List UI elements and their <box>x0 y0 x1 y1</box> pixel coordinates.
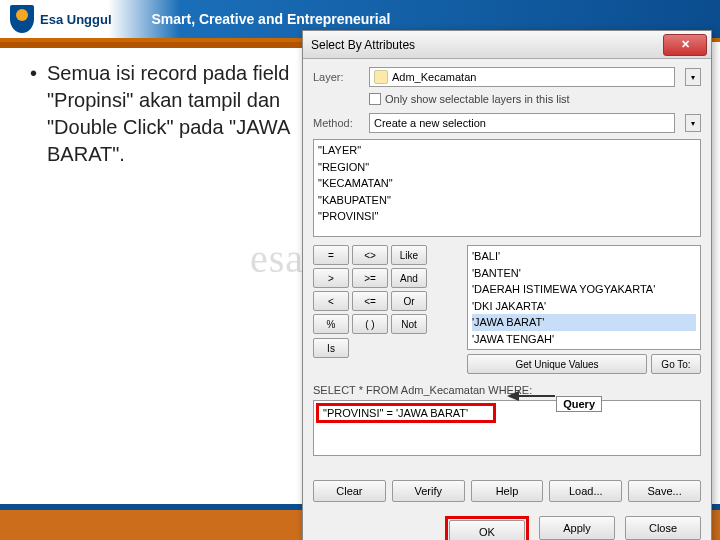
field-item[interactable]: "PROVINSI" <box>318 208 696 225</box>
help-button[interactable]: Help <box>471 480 544 502</box>
field-item[interactable]: "LAYER" <box>318 142 696 159</box>
method-label: Method: <box>313 117 363 129</box>
operator-grid: = <> Like > >= And < <= Or % ( ) Not <box>313 245 427 334</box>
close-button-bottom[interactable]: Close <box>625 516 701 540</box>
get-unique-values-button[interactable]: Get Unique Values <box>467 354 647 374</box>
ok-highlight: OK <box>445 516 529 540</box>
op-not[interactable]: Not <box>391 314 427 334</box>
op-pct[interactable]: % <box>313 314 349 334</box>
select-by-attributes-dialog: Select By Attributes ✕ Layer: Adm_Kecama… <box>302 30 712 540</box>
query-textarea[interactable]: "PROVINSI" = 'JAWA BARAT' <box>313 400 701 456</box>
op-or[interactable]: Or <box>391 291 427 311</box>
layer-select[interactable]: Adm_Kecamatan <box>369 67 675 87</box>
value-item[interactable]: 'DKI JAKARTA' <box>472 298 696 315</box>
op-ge[interactable]: >= <box>352 268 388 288</box>
op-paren[interactable]: ( ) <box>352 314 388 334</box>
bullet-text: Semua isi record pada field "Propinsi" a… <box>47 60 310 168</box>
field-item[interactable]: "REGION" <box>318 159 696 176</box>
save-button[interactable]: Save... <box>628 480 701 502</box>
query-arrow-icon <box>507 386 557 406</box>
op-like[interactable]: Like <box>391 245 427 265</box>
apply-button[interactable]: Apply <box>539 516 615 540</box>
close-icon: ✕ <box>681 38 690 51</box>
query-callout-label: Query <box>556 396 602 412</box>
slide-content: • Semua isi record pada field "Propinsi"… <box>30 60 310 168</box>
query-expression: "PROVINSI" = 'JAWA BARAT' <box>323 407 468 419</box>
svg-marker-1 <box>507 391 519 401</box>
layer-label: Layer: <box>313 71 363 83</box>
op-lt[interactable]: < <box>313 291 349 311</box>
field-item[interactable]: "KABUPATEN" <box>318 192 696 209</box>
op-and[interactable]: And <box>391 268 427 288</box>
op-le[interactable]: <= <box>352 291 388 311</box>
goto-button[interactable]: Go To: <box>651 354 701 374</box>
op-eq[interactable]: = <box>313 245 349 265</box>
field-list[interactable]: "LAYER" "REGION" "KECAMATAN" "KABUPATEN"… <box>313 139 701 237</box>
layer-value: Adm_Kecamatan <box>392 71 476 83</box>
only-selectable-checkbox[interactable] <box>369 93 381 105</box>
field-item[interactable]: "KECAMATAN" <box>318 175 696 192</box>
dialog-title: Select By Attributes <box>311 38 415 52</box>
logo-shield-icon <box>10 5 34 33</box>
query-highlight: "PROVINSI" = 'JAWA BARAT' <box>316 403 496 423</box>
clear-button[interactable]: Clear <box>313 480 386 502</box>
logo-text: Esa Unggul <box>40 13 112 26</box>
slogan: Smart, Creative and Entrepreneurial <box>152 11 391 27</box>
titlebar[interactable]: Select By Attributes ✕ <box>303 31 711 59</box>
ok-button[interactable]: OK <box>449 520 525 540</box>
op-ne[interactable]: <> <box>352 245 388 265</box>
bullet-icon: • <box>30 60 37 168</box>
method-select[interactable]: Create a new selection <box>369 113 675 133</box>
close-button[interactable]: ✕ <box>663 34 707 56</box>
value-item[interactable]: 'BANTEN' <box>472 265 696 282</box>
layer-icon <box>374 70 388 84</box>
method-value: Create a new selection <box>374 117 486 129</box>
verify-button[interactable]: Verify <box>392 480 465 502</box>
value-item-selected[interactable]: 'JAWA BARAT' <box>472 314 696 331</box>
values-list[interactable]: 'BALI' 'BANTEN' 'DAERAH ISTIMEWA YOGYAKA… <box>467 245 701 350</box>
op-gt[interactable]: > <box>313 268 349 288</box>
value-item[interactable]: 'BALI' <box>472 248 696 265</box>
value-item[interactable]: 'JAWA TENGAH' <box>472 331 696 348</box>
load-button[interactable]: Load... <box>549 480 622 502</box>
layer-dropdown-arrow[interactable]: ▾ <box>685 68 701 86</box>
only-selectable-label: Only show selectable layers in this list <box>385 93 570 105</box>
logo: Esa Unggul <box>0 5 112 33</box>
method-dropdown-arrow[interactable]: ▾ <box>685 114 701 132</box>
value-item[interactable]: 'DAERAH ISTIMEWA YOGYAKARTA' <box>472 281 696 298</box>
op-is[interactable]: Is <box>313 338 349 358</box>
